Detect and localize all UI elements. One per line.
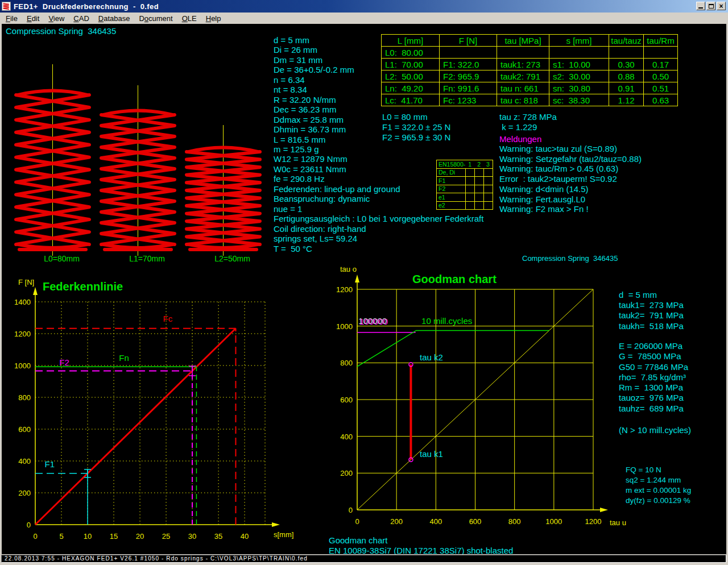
spring-length-label: L0=80mm — [44, 254, 80, 263]
en-table-row: De, Di — [437, 168, 493, 177]
menu-edit[interactable]: Edit — [22, 14, 44, 23]
column-header: tau/tauz — [609, 35, 644, 47]
y-axis-arrow — [355, 275, 359, 282]
tau-line: tau z: 728 MPa — [499, 112, 557, 122]
table-cell: F1: 322.0 — [440, 59, 497, 70]
en-table-label: F2 — [437, 185, 466, 193]
y-tick-label: 600 — [18, 425, 31, 434]
y-tick-label: 400 — [340, 433, 353, 441]
minimize-icon — [698, 7, 703, 9]
close-button[interactable]: × — [717, 2, 726, 10]
param-line: Ddmax = 25.8 mm — [274, 115, 483, 124]
misc-line: dy(fz) = 0.00129 % — [626, 496, 691, 506]
footer-line: EN 10089-38Si7 (DIN 17221 38Si7) shot-bl… — [329, 546, 513, 555]
x-axis-arrow — [272, 522, 280, 527]
en-table-row: e1 — [437, 193, 493, 202]
table-cell: tau n: 661 — [497, 82, 549, 94]
menu-database[interactable]: Database — [94, 14, 135, 23]
en-table-cell — [483, 168, 493, 177]
menu-help[interactable]: Help — [201, 14, 226, 23]
tolerance-line: L0 = 80 mm — [382, 112, 450, 122]
en-table-cell — [474, 177, 483, 185]
y-tick-label: 400 — [18, 457, 31, 466]
param-line: T = 50 °C — [274, 244, 483, 254]
status-text: 22.08.2013 7:55 - HEXAGON FED1+ V26.1 #1… — [1, 555, 726, 563]
app-window: FED1+ Druckfederberechnung - 0.fed × Fil… — [0, 0, 728, 565]
x-axis-arrow — [600, 508, 608, 512]
tolerance-line: F1 = 322.0 ± 25 N — [382, 122, 450, 132]
menu-cad[interactable]: CAD — [69, 14, 93, 23]
param-line: L = 816.5 mm — [274, 135, 483, 144]
table-cell: 1.12 — [609, 94, 644, 106]
menu-ole[interactable]: OLE — [177, 14, 201, 23]
working-stress-range-label: tau k1 — [420, 449, 443, 459]
param-line: Fertigungsausgleich : L0 bei 1 vorgegebe… — [274, 214, 483, 223]
table-cell: tauk1: 273 — [497, 59, 549, 70]
en-table-cell — [483, 201, 493, 210]
x-tick-label: 1200 — [585, 517, 602, 526]
en-table-cell — [483, 193, 493, 202]
y-tick-label: 1200 — [14, 330, 31, 338]
material-line: G = 78500 MPa — [619, 351, 688, 362]
y-tick-label: 0 — [349, 506, 353, 514]
goodman-line-10-mill-cycles — [357, 330, 549, 366]
y-tick-label: 800 — [340, 359, 353, 367]
F2-level-label: F2 — [59, 358, 69, 367]
x-tick-label: 35 — [214, 532, 222, 541]
table-cell — [497, 47, 549, 59]
table-cell — [644, 47, 678, 59]
table-cell: 0.51 — [644, 82, 678, 94]
menu-document[interactable]: Document — [134, 14, 177, 23]
y-axis-label: tau o — [340, 265, 357, 273]
en15800-tolerance-table: EN15800-123De, DiF1F2e1e2 — [436, 160, 493, 210]
minimize-button[interactable] — [696, 2, 705, 10]
result-line: taukh= 518 MPa — [619, 321, 684, 331]
message-line: Warning: tauc/Rm > 0.45 (0.63) — [499, 164, 642, 174]
material-line: tauoz= 976 MPa — [619, 393, 688, 403]
en-table-cell — [474, 193, 483, 202]
y-tick-label: 1400 — [14, 298, 31, 306]
en-table-label: F1 — [437, 177, 466, 185]
material-line: E = 206000 MPa — [619, 341, 688, 351]
table-cell: 0.30 — [609, 59, 644, 70]
en-table-cell — [474, 185, 483, 193]
Fn-level-label: Fn — [119, 353, 129, 363]
table-cell: sc: 38.30 — [549, 94, 609, 106]
x-tick-label: 15 — [110, 532, 118, 541]
result-line: tauk1= 273 MPa — [619, 300, 684, 310]
column-header: F [N] — [440, 35, 497, 47]
y-tick-label: 1000 — [14, 362, 31, 370]
table-row: L1: 70.00F1: 322.0tauk1: 273s1: 10.000.3… — [382, 59, 678, 70]
table-cell: Ln: 49.20 — [382, 82, 440, 94]
line-100000-cycles-label: 100000 — [358, 316, 387, 326]
param-line: Dhmin = 36.73 mm — [274, 124, 483, 134]
x-tick-label: 5 — [59, 532, 63, 541]
x-tick-label: 200 — [390, 517, 403, 526]
column-header: L [mm] — [382, 35, 440, 47]
table-cell: Lc: 41.70 — [382, 94, 440, 106]
spring-drawings: L0=80mmL1=70mmL2=50mm — [3, 57, 267, 268]
x-axis-label: s[mm] — [274, 530, 293, 539]
federkennlinie-chart: 0200400600800100012001400051015202530354… — [11, 275, 318, 546]
tolerance-line: F2 = 965.9 ± 30 N — [382, 132, 450, 143]
maximize-button[interactable] — [706, 2, 715, 10]
y-axis-arrow — [33, 287, 38, 295]
y-axis-label: F [N] — [18, 278, 34, 286]
goodman-caption: Compression Spring 346435 — [522, 254, 618, 263]
x-tick-label: 800 — [508, 517, 521, 526]
working-stress-range-label: tau k2 — [420, 352, 443, 362]
material-line: rho= 7.85 kg/dm³ — [619, 372, 688, 383]
misc-line: m ext = 0.00001 kg — [626, 485, 691, 496]
table-cell: Fn: 991.6 — [440, 82, 497, 94]
param-line: m = 125.9 g — [274, 144, 483, 154]
table-cell: 0.88 — [609, 70, 644, 82]
close-icon: × — [719, 3, 723, 9]
message-line: Warning: F2 max > Fn ! — [499, 204, 642, 214]
menu-file[interactable]: File — [1, 14, 22, 23]
en-table-cell — [483, 185, 493, 193]
table-row: L2: 50.00F2: 965.9tauk2: 791s2: 30.000.8… — [382, 70, 678, 82]
menu-view[interactable]: View — [44, 14, 69, 23]
note-line: (N > 10 mill.cycles) — [619, 425, 691, 435]
x-tick-label: 30 — [188, 532, 196, 541]
param-line: Coil direction: right-hand — [274, 224, 483, 234]
